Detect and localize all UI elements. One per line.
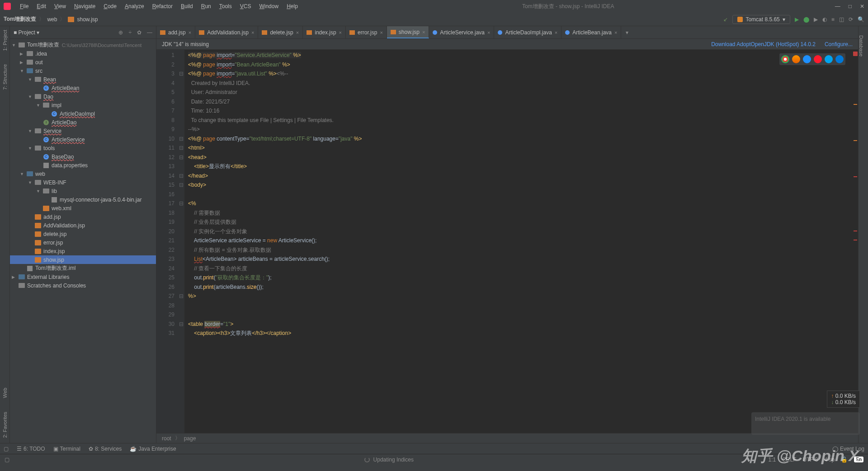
ie-icon[interactable]: [825, 55, 833, 63]
breadcrumb-root[interactable]: Tom增删改查: [4, 15, 36, 23]
indent-info[interactable]: 4 sp: [825, 457, 835, 463]
close-tab-icon[interactable]: ×: [422, 29, 425, 35]
services-tool-tab[interactable]: ✿ 8: Services: [89, 446, 122, 452]
tab-ArticleDaoImpl-java[interactable]: ArticleDaoImpl.java×: [494, 26, 561, 38]
menu-help[interactable]: Help: [283, 1, 302, 11]
chrome-icon[interactable]: [781, 55, 789, 63]
tree-item-show-jsp[interactable]: show.jsp: [10, 255, 156, 264]
tool-window-icon[interactable]: ▢: [4, 446, 9, 452]
menu-edit[interactable]: Edit: [33, 1, 50, 11]
close-tab-icon[interactable]: ×: [555, 30, 557, 35]
crumb-page[interactable]: page: [184, 435, 196, 442]
tab-error-jsp[interactable]: error.jsp×: [346, 26, 387, 38]
menu-refactor[interactable]: Refactor: [149, 1, 176, 11]
tree-item-delete-jsp[interactable]: delete.jsp: [10, 230, 156, 238]
breadcrumb-folder[interactable]: web: [47, 16, 57, 23]
tree-item-index-jsp[interactable]: index.jsp: [10, 247, 156, 255]
encoding[interactable]: UTF-8: [803, 457, 818, 463]
profile-button[interactable]: ◐: [822, 16, 827, 23]
minimize-icon[interactable]: —: [835, 3, 840, 9]
close-tab-icon[interactable]: ×: [380, 30, 382, 35]
collapse-icon[interactable]: ÷: [128, 29, 132, 36]
tab-show-jsp[interactable]: show.jsp×: [387, 26, 429, 38]
input-language-indicator[interactable]: En: [854, 457, 863, 462]
update-button[interactable]: ⟳: [849, 16, 853, 23]
menu-build[interactable]: Build: [177, 1, 197, 11]
tree-item-data-properties[interactable]: data.properties: [10, 161, 156, 170]
favorites-tool-tab[interactable]: 2: Favorites: [2, 412, 8, 438]
tree-item-BaseDao[interactable]: CBaseDao: [10, 152, 156, 161]
line-ending[interactable]: CRLF: [782, 457, 796, 463]
tree-item-impl[interactable]: ▼impl: [10, 101, 156, 109]
error-stripe[interactable]: [853, 50, 858, 433]
safari-icon[interactable]: [803, 55, 811, 63]
status-icon[interactable]: ▢: [5, 457, 9, 463]
tree-item-Bean[interactable]: ▼Bean: [10, 75, 156, 84]
close-tab-icon[interactable]: ×: [339, 30, 342, 35]
terminal-tool-tab[interactable]: ▣ Terminal: [53, 446, 80, 452]
tree-item-ArticleBean[interactable]: CArticleBean: [10, 84, 156, 92]
cursor-position[interactable]: 1:1: [769, 457, 776, 463]
menu-tools[interactable]: Tools: [216, 1, 236, 11]
close-tab-icon[interactable]: ×: [296, 30, 299, 35]
tree-item-add-jsp[interactable]: add.jsp: [10, 212, 156, 221]
menu-file[interactable]: File: [16, 1, 32, 11]
tree-item-AddValidation-jsp[interactable]: AddValidation.jsp: [10, 221, 156, 230]
tab-ArticleBean-java[interactable]: ArticleBean.java×: [561, 26, 621, 38]
hide-icon[interactable]: —: [147, 29, 152, 36]
tab-ArticleService-java[interactable]: ArticleService.java×: [429, 26, 494, 38]
tree-item-WEB-INF[interactable]: ▼WEB-INF: [10, 178, 156, 187]
tree-item-web-xml[interactable]: web.xml: [10, 204, 156, 212]
tree-item-External-Libraries[interactable]: ▶External Libraries: [10, 273, 156, 281]
tree-item-Tom-----iml[interactable]: Tom增删改查.iml: [10, 264, 156, 273]
menu-navigate[interactable]: Navigate: [71, 1, 99, 11]
tree-item-Tom----[interactable]: ▼Tom增删改查C:\Users\32788\Documents\Tencent: [10, 41, 156, 49]
read-lock-icon[interactable]: 🔓: [841, 457, 848, 463]
menu-window[interactable]: Window: [255, 1, 282, 11]
opera-icon[interactable]: [814, 55, 822, 63]
tree-item-Scratches-and-Consoles[interactable]: Scratches and Consoles: [10, 281, 156, 290]
update-notification-popup[interactable]: IntelliJ IDEA 2020.1 is available: [751, 412, 860, 435]
download-jdk-link[interactable]: Download AdoptOpenJDK (HotSpot) 14.0.2: [711, 41, 816, 47]
menu-run[interactable]: Run: [198, 1, 215, 11]
tree-item-web[interactable]: ▼web: [10, 170, 156, 178]
close-icon[interactable]: ✕: [860, 3, 864, 9]
java-enterprise-tool-tab[interactable]: ☕ Java Enterprise: [130, 446, 176, 452]
tree-item-Service[interactable]: ▼Service: [10, 127, 156, 135]
tree-item-ArticleDao[interactable]: IArticleDao: [10, 118, 156, 127]
build-icon[interactable]: ↙: [723, 16, 728, 23]
edge-icon[interactable]: [835, 55, 844, 63]
tree-item-src[interactable]: ▼src: [10, 66, 156, 75]
run-button[interactable]: ▶: [795, 16, 799, 23]
tree-item-error-jsp[interactable]: error.jsp: [10, 238, 156, 247]
close-tab-icon[interactable]: ×: [614, 30, 617, 35]
code-editor[interactable]: <%@ page import="Service.ArticleService"…: [184, 50, 853, 433]
coverage-button[interactable]: ▶: [814, 16, 818, 23]
locate-icon[interactable]: ⊕: [118, 29, 123, 36]
menu-code[interactable]: Code: [100, 1, 120, 11]
crumb-root[interactable]: root: [162, 435, 171, 442]
project-view-dropdown[interactable]: ■ Project ▾: [14, 29, 39, 36]
tree-item-mysql-connector-java-5-0-4-bin-jar[interactable]: mysql-connector-java-5.0.4-bin.jar: [10, 195, 156, 204]
run-configuration-dropdown[interactable]: Tomcat 8.5.65 ▾: [732, 15, 790, 24]
configure-link[interactable]: Configure...: [825, 41, 853, 47]
tree-item-Dao[interactable]: ▼Dao: [10, 92, 156, 101]
tree-item--idea[interactable]: ▶.idea: [10, 49, 156, 58]
close-tab-icon[interactable]: ×: [189, 30, 191, 35]
line-number-gutter[interactable]: 1234567891011121314151617181920212223242…: [156, 50, 178, 433]
close-tab-icon[interactable]: ×: [251, 30, 254, 35]
event-log-tool-tab[interactable]: ◯ Event Log: [832, 446, 864, 452]
stop-button[interactable]: ■: [831, 16, 835, 23]
git-button[interactable]: ◫: [839, 16, 844, 23]
menu-view[interactable]: View: [51, 1, 70, 11]
menu-vcs[interactable]: VCS: [236, 1, 255, 11]
fold-gutter[interactable]: ⊟⊟⊟⊟⊟⊟⊟⊟⊟: [178, 50, 184, 433]
menu-analyze[interactable]: Analyze: [121, 1, 148, 11]
gear-icon[interactable]: ✿: [137, 29, 142, 36]
structure-tool-tab[interactable]: 7: Structure: [2, 64, 8, 90]
debug-button[interactable]: ⬤: [803, 16, 809, 23]
close-tab-icon[interactable]: ×: [487, 30, 490, 35]
web-tool-tab[interactable]: Web: [2, 388, 8, 398]
project-tree[interactable]: ▼Tom增删改查C:\Users\32788\Documents\Tencent…: [10, 39, 156, 443]
todo-tool-tab[interactable]: ☰ 6: TODO: [17, 446, 45, 452]
